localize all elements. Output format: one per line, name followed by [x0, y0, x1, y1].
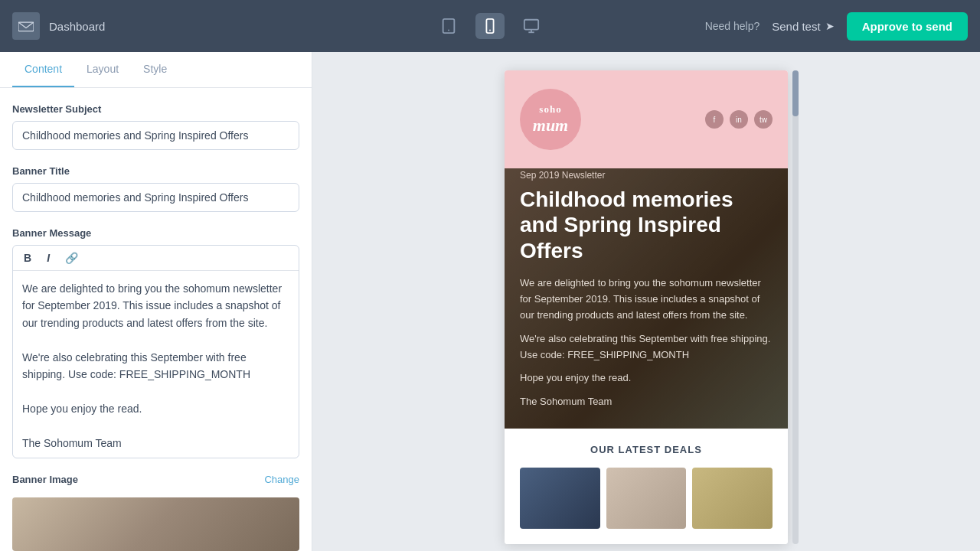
banner-para-1: We are delighted to bring you the sohomu…	[520, 276, 773, 323]
email-banner: Sep 2019 Newsletter Childhood memories a…	[505, 168, 788, 429]
twitter-icon: tw	[754, 110, 773, 129]
need-help-text: Need help?	[705, 20, 760, 32]
left-panel: Content Layout Style Newsletter Subject …	[0, 52, 312, 551]
dashboard-link[interactable]: Dashboard	[49, 20, 105, 33]
email-preview: soho mum f in tw Sep 2019 Newsletter	[505, 70, 788, 544]
deals-grid	[520, 468, 773, 529]
banner-para-4: The Sohomum Team	[520, 394, 773, 410]
brand-logo: soho mum	[520, 89, 581, 150]
instagram-icon: in	[730, 110, 748, 129]
banner-message-group: Banner Message B I 🔗 We are delighted to…	[12, 227, 299, 458]
banner-image-preview	[12, 497, 299, 551]
device-switcher	[434, 13, 546, 39]
banner-para-3: Hope you enjoy the read.	[520, 370, 773, 386]
preview-wrapper: soho mum f in tw Sep 2019 Newsletter	[505, 70, 788, 544]
svg-point-4	[489, 30, 491, 31]
banner-content: Sep 2019 Newsletter Childhood memories a…	[520, 170, 773, 410]
tab-style[interactable]: Style	[131, 52, 179, 87]
deal-item-1	[520, 468, 600, 529]
banner-message-textarea[interactable]: We are delighted to bring you the sohomu…	[13, 271, 299, 455]
deals-title: OUR LATEST DEALS	[520, 444, 773, 455]
italic-button[interactable]: I	[44, 250, 53, 266]
newsletter-subject-input[interactable]	[12, 121, 299, 150]
newsletter-subject-group: Newsletter Subject	[12, 103, 299, 150]
svg-point-2	[448, 30, 449, 31]
banner-image-change-link[interactable]: Change	[264, 474, 299, 485]
banner-title-input[interactable]	[12, 183, 299, 212]
preview-scrollbar[interactable]	[792, 70, 799, 544]
desktop-device-button[interactable]	[517, 13, 546, 39]
message-toolbar: B I 🔗	[13, 246, 299, 271]
banner-message-label: Banner Message	[12, 227, 299, 239]
send-test-label: Send test	[772, 20, 820, 33]
banner-title-label: Banner Title	[12, 165, 299, 177]
social-icons: f in tw	[705, 110, 773, 129]
top-nav: Dashboard Need help? Sen	[0, 0, 980, 52]
panel-tabs: Content Layout Style	[0, 52, 312, 88]
deals-section: OUR LATEST DEALS	[505, 429, 788, 544]
approve-button[interactable]: Approve to send	[847, 12, 968, 41]
send-test-button[interactable]: Send test ➤	[772, 20, 834, 33]
tab-layout[interactable]: Layout	[74, 52, 131, 87]
app-logo	[12, 12, 40, 40]
send-icon: ➤	[825, 20, 835, 32]
brand-name-bottom: mum	[533, 116, 568, 135]
nav-right-actions: Need help? Send test ➤ Approve to send	[705, 12, 968, 41]
email-header: soho mum f in tw	[505, 70, 788, 168]
main-content: Content Layout Style Newsletter Subject …	[0, 52, 980, 551]
mobile-device-button[interactable]	[475, 13, 505, 39]
newsletter-subject-label: Newsletter Subject	[12, 103, 299, 115]
link-button[interactable]: 🔗	[62, 250, 81, 266]
svg-rect-5	[524, 20, 538, 30]
tab-content[interactable]: Content	[12, 52, 74, 87]
banner-image-group: Banner Image Change	[12, 474, 299, 551]
banner-image-label: Banner Image	[12, 474, 78, 485]
deal-item-2	[606, 468, 687, 529]
banner-date-label: Sep 2019 Newsletter	[520, 170, 773, 181]
preview-scrollbar-thumb	[792, 70, 799, 116]
bold-button[interactable]: B	[21, 250, 34, 266]
panel-content-area: Newsletter Subject Banner Title Banner M…	[0, 88, 312, 551]
facebook-icon: f	[705, 110, 724, 129]
deal-item-3	[692, 468, 773, 529]
tablet-device-button[interactable]	[434, 13, 463, 39]
banner-para-2: We're also celebrating this September wi…	[520, 331, 773, 364]
banner-image-row: Banner Image Change	[12, 474, 299, 485]
brand-name-top: soho	[533, 103, 568, 116]
email-preview-panel: soho mum f in tw Sep 2019 Newsletter	[312, 52, 980, 551]
banner-body-text: We are delighted to bring you the sohomu…	[520, 276, 773, 410]
banner-title-group: Banner Title	[12, 165, 299, 212]
preview-banner-title: Childhood memories and Spring Inspired O…	[520, 187, 773, 264]
